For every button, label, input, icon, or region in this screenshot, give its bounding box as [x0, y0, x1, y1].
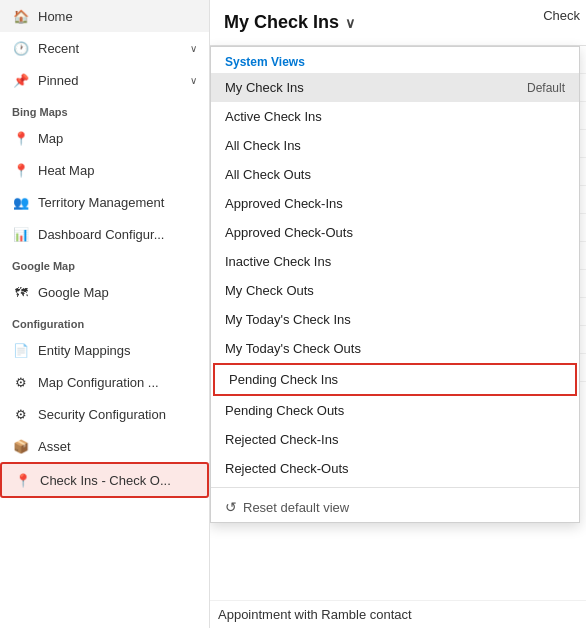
- dropdown-item-badge: Default: [527, 81, 565, 95]
- dropdown-item-label: Active Check Ins: [225, 109, 322, 124]
- gear-icon: ⚙: [12, 373, 30, 391]
- sidebar-item-label: Security Configuration: [38, 407, 197, 422]
- dropdown-item-label: Pending Check Outs: [225, 403, 344, 418]
- sidebar-item-google-map[interactable]: 🗺 Google Map: [0, 276, 209, 308]
- view-dropdown-menu: System Views My Check Ins Default Active…: [210, 46, 580, 523]
- chevron-down-icon: ∨: [190, 43, 197, 54]
- asset-icon: 📦: [12, 437, 30, 455]
- sidebar-item-label: Google Map: [38, 285, 197, 300]
- dropdown-item-rejected-check-outs[interactable]: Rejected Check-Outs: [211, 454, 579, 483]
- view-title: My Check Ins: [224, 12, 339, 33]
- sidebar-item-label: Heat Map: [38, 163, 197, 178]
- dropdown-item-label: My Today's Check Outs: [225, 341, 361, 356]
- sidebar-item-label: Pinned: [38, 73, 182, 88]
- sidebar-item-dashboard-config[interactable]: 📊 Dashboard Configur...: [0, 218, 209, 250]
- dropdown-item-approved-check-outs[interactable]: Approved Check-Outs: [211, 218, 579, 247]
- home-icon: 🏠: [12, 7, 30, 25]
- sidebar-item-check-ins[interactable]: 📍 Check Ins - Check O...: [0, 462, 209, 498]
- dropdown-item-my-todays-check-outs[interactable]: My Today's Check Outs: [211, 334, 579, 363]
- dropdown-item-label: My Check Outs: [225, 283, 314, 298]
- recent-icon: 🕐: [12, 39, 30, 57]
- appointment-row: Appointment with Ramble contact: [210, 600, 586, 628]
- heat-map-icon: 📍: [12, 161, 30, 179]
- view-dropdown-trigger[interactable]: My Check Ins ∨: [224, 12, 355, 33]
- sidebar-item-recent[interactable]: 🕐 Recent ∨: [0, 32, 209, 64]
- sidebar-item-label: Asset: [38, 439, 197, 454]
- sidebar-item-security-config[interactable]: ⚙ Security Configuration: [0, 398, 209, 430]
- sidebar-item-label: Check Ins - Check O...: [40, 473, 195, 488]
- dropdown-item-label: My Today's Check Ins: [225, 312, 351, 327]
- dropdown-item-label: My Check Ins: [225, 80, 304, 95]
- pin-icon: 📌: [12, 71, 30, 89]
- dropdown-item-label: Approved Check-Ins: [225, 196, 343, 211]
- sidebar-item-map[interactable]: 📍 Map: [0, 122, 209, 154]
- dropdown-item-label: Approved Check-Outs: [225, 225, 353, 240]
- dashboard-icon: 📊: [12, 225, 30, 243]
- dropdown-item-label: Inactive Check Ins: [225, 254, 331, 269]
- sidebar-item-asset[interactable]: 📦 Asset: [0, 430, 209, 462]
- sidebar-item-label: Map: [38, 131, 197, 146]
- google-map-icon: 🗺: [12, 283, 30, 301]
- section-bing-maps: Bing Maps: [0, 96, 209, 122]
- sidebar-item-heat-map[interactable]: 📍 Heat Map: [0, 154, 209, 186]
- dropdown-item-label: Rejected Check-Ins: [225, 432, 338, 447]
- dropdown-item-my-check-outs[interactable]: My Check Outs: [211, 276, 579, 305]
- dropdown-item-active-check-ins[interactable]: Active Check Ins: [211, 102, 579, 131]
- section-configuration: Configuration: [0, 308, 209, 334]
- sidebar: 🏠 Home 🕐 Recent ∨ 📌 Pinned ∨ Bing Maps 📍…: [0, 0, 210, 628]
- sidebar-item-label: Dashboard Configur...: [38, 227, 197, 242]
- dropdown-item-approved-check-ins[interactable]: Approved Check-Ins: [211, 189, 579, 218]
- dropdown-section-label: System Views: [211, 47, 579, 73]
- security-icon: ⚙: [12, 405, 30, 423]
- sidebar-item-label: Territory Management: [38, 195, 197, 210]
- reset-icon: ↺: [225, 499, 237, 515]
- dropdown-item-my-todays-check-ins[interactable]: My Today's Check Ins: [211, 305, 579, 334]
- sidebar-item-label: Recent: [38, 41, 182, 56]
- dropdown-item-label: All Check Ins: [225, 138, 301, 153]
- dropdown-item-pending-check-ins[interactable]: Pending Check Ins: [213, 363, 577, 396]
- sidebar-item-pinned[interactable]: 📌 Pinned ∨: [0, 64, 209, 96]
- sidebar-item-entity-mappings[interactable]: 📄 Entity Mappings: [0, 334, 209, 366]
- check-column-header: Check: [543, 8, 586, 23]
- sidebar-item-map-configuration[interactable]: ⚙ Map Configuration ...: [0, 366, 209, 398]
- dropdown-item-rejected-check-ins[interactable]: Rejected Check-Ins: [211, 425, 579, 454]
- dropdown-item-pending-check-outs[interactable]: Pending Check Outs: [211, 396, 579, 425]
- check-in-icon: 📍: [14, 471, 32, 489]
- dropdown-item-all-check-ins[interactable]: All Check Ins: [211, 131, 579, 160]
- dropdown-divider: [211, 487, 579, 488]
- dropdown-item-inactive-check-ins[interactable]: Inactive Check Ins: [211, 247, 579, 276]
- map-pin-icon: 📍: [12, 129, 30, 147]
- main-content: My Check Ins ∨ Check 8/9/20 3/24/ 5/30/ …: [210, 0, 586, 628]
- header-bar: My Check Ins ∨ Check: [210, 0, 586, 46]
- reset-default-view[interactable]: ↺ Reset default view: [211, 492, 579, 522]
- section-google-map: Google Map: [0, 250, 209, 276]
- dropdown-item-my-check-ins[interactable]: My Check Ins Default: [211, 73, 579, 102]
- territory-icon: 👥: [12, 193, 30, 211]
- entity-icon: 📄: [12, 341, 30, 359]
- dropdown-item-label: Rejected Check-Outs: [225, 461, 349, 476]
- sidebar-item-home[interactable]: 🏠 Home: [0, 0, 209, 32]
- chevron-down-icon: ∨: [190, 75, 197, 86]
- sidebar-item-territory-mgmt[interactable]: 👥 Territory Management: [0, 186, 209, 218]
- reset-label: Reset default view: [243, 500, 349, 515]
- dropdown-item-all-check-outs[interactable]: All Check Outs: [211, 160, 579, 189]
- dropdown-arrow-icon: ∨: [345, 15, 355, 31]
- sidebar-item-label: Entity Mappings: [38, 343, 197, 358]
- sidebar-item-label: Home: [38, 9, 197, 24]
- dropdown-item-label: All Check Outs: [225, 167, 311, 182]
- sidebar-item-label: Map Configuration ...: [38, 375, 197, 390]
- dropdown-item-label: Pending Check Ins: [229, 372, 338, 387]
